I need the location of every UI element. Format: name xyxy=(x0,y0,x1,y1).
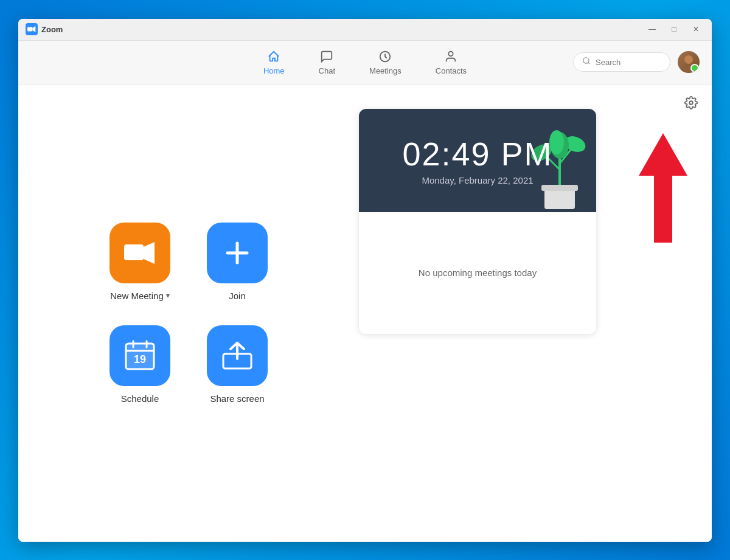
new-meeting-chevron: ▾ xyxy=(166,291,170,300)
calendar-body: No upcoming meetings today xyxy=(359,212,596,334)
svg-rect-0 xyxy=(27,27,32,32)
svg-line-5 xyxy=(588,63,590,64)
zoom-window: Zoom — □ ✕ Home xyxy=(18,19,712,542)
calendar-time-area: 02:49 PM Monday, February 22, 2021 xyxy=(402,135,552,185)
share-screen-label: Share screen xyxy=(210,393,264,404)
settings-gear-button[interactable] xyxy=(683,94,700,111)
calendar-header: 02:49 PM Monday, February 22, 2021 xyxy=(359,109,596,212)
meetings-tab-label: Meetings xyxy=(369,66,401,75)
time-display: 02:49 PM xyxy=(402,135,552,173)
search-input[interactable] xyxy=(596,58,661,67)
search-box[interactable] xyxy=(573,52,670,72)
svg-marker-9 xyxy=(144,242,155,264)
titlebar: Zoom — □ ✕ xyxy=(18,19,712,41)
join-label: Join xyxy=(229,291,246,301)
nav-tabs: Home Chat xyxy=(259,47,471,78)
svg-rect-8 xyxy=(124,244,144,260)
new-meeting-label: New Meeting ▾ xyxy=(110,291,170,301)
join-button[interactable] xyxy=(207,223,268,283)
logo-icon xyxy=(26,23,38,35)
tab-meetings[interactable]: Meetings xyxy=(364,47,406,78)
chat-tab-label: Chat xyxy=(319,66,335,75)
home-tab-label: Home xyxy=(263,66,285,75)
svg-point-4 xyxy=(583,58,589,63)
share-screen-item: Share screen xyxy=(207,325,268,404)
calendar-card: 02:49 PM Monday, February 22, 2021 xyxy=(359,109,596,334)
home-icon xyxy=(266,49,281,64)
left-panel: New Meeting ▾ Join xyxy=(18,85,359,542)
navbar: Home Chat xyxy=(18,41,712,85)
contacts-icon xyxy=(443,49,458,64)
schedule-item: 19 Schedule xyxy=(109,325,170,404)
svg-point-3 xyxy=(449,51,453,55)
main-area: Home Chat xyxy=(18,41,712,542)
chat-icon xyxy=(319,49,334,64)
svg-point-6 xyxy=(684,55,693,64)
content-area: New Meeting ▾ Join xyxy=(18,85,712,542)
schedule-button[interactable]: 19 xyxy=(109,325,170,386)
close-button[interactable]: ✕ xyxy=(687,23,704,35)
window-controls: — □ ✕ xyxy=(644,23,704,35)
app-logo: Zoom xyxy=(26,23,63,35)
right-panel: 02:49 PM Monday, February 22, 2021 xyxy=(359,85,712,542)
tab-contacts[interactable]: Contacts xyxy=(431,47,471,78)
new-meeting-button[interactable] xyxy=(109,223,170,283)
tab-chat[interactable]: Chat xyxy=(314,47,340,78)
maximize-button[interactable]: □ xyxy=(666,23,683,35)
join-item: Join xyxy=(207,223,268,301)
date-display: Monday, February 22, 2021 xyxy=(402,175,552,185)
no-meetings-text: No upcoming meetings today xyxy=(419,268,537,278)
new-meeting-item: New Meeting ▾ xyxy=(109,223,170,301)
meetings-icon xyxy=(378,49,392,64)
search-icon xyxy=(582,57,591,67)
navbar-right xyxy=(573,51,700,73)
svg-rect-20 xyxy=(541,185,578,191)
svg-rect-19 xyxy=(544,188,575,209)
avatar-image xyxy=(678,51,700,73)
schedule-label: Schedule xyxy=(121,393,159,404)
share-screen-button[interactable] xyxy=(207,325,268,386)
tab-home[interactable]: Home xyxy=(259,47,290,78)
minimize-button[interactable]: — xyxy=(644,23,661,35)
app-title: Zoom xyxy=(41,25,63,34)
svg-point-7 xyxy=(689,101,693,105)
contacts-tab-label: Contacts xyxy=(436,66,467,75)
avatar[interactable] xyxy=(678,51,700,73)
action-grid: New Meeting ▾ Join xyxy=(109,223,268,404)
svg-marker-1 xyxy=(32,26,35,32)
svg-text:19: 19 xyxy=(134,353,146,365)
